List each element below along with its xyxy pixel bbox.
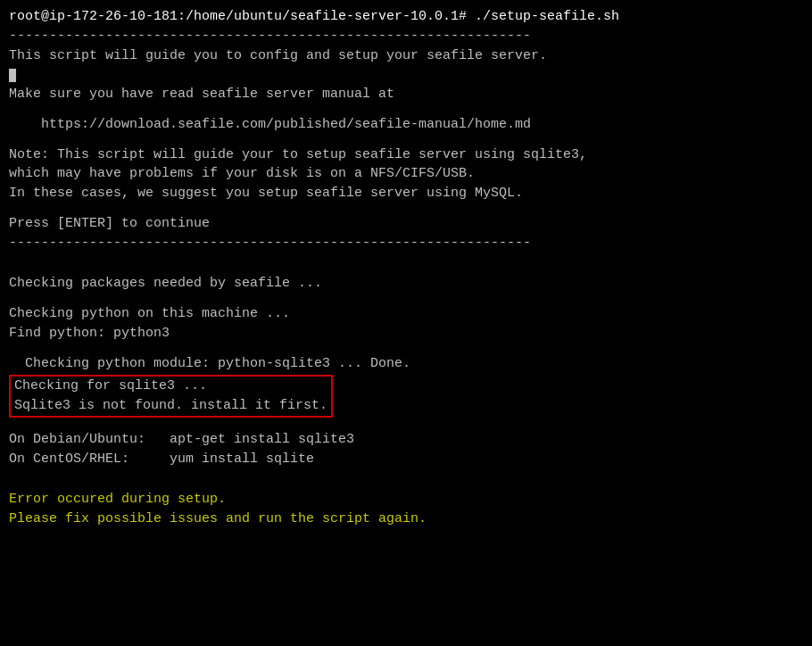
note-line-2: which may have problems if your disk is … <box>9 164 803 184</box>
spacer-2 <box>9 135 803 145</box>
command-line: root@ip-172-26-10-181:/home/ubuntu/seafi… <box>9 7 803 27</box>
checking-python-line: Checking python on this machine ... <box>9 304 803 324</box>
cursor-line <box>9 65 803 85</box>
enter-prompt-line: Press [ENTER] to continue <box>9 214 803 234</box>
sqlite-not-found-line: Sqlite3 is not found. install it first. <box>11 396 331 416</box>
script-info-line: This script will guide you to config and… <box>9 46 803 66</box>
spacer-6 <box>9 294 803 304</box>
terminal-window: root@ip-172-26-10-181:/home/ubuntu/seafi… <box>9 7 803 639</box>
spacer-4 <box>9 253 803 263</box>
centos-install-line: On CentOS/RHEL: yum install sqlite <box>9 450 803 469</box>
manual-prompt-line: Make sure you have read seafile server m… <box>9 85 803 104</box>
checking-sqlite-module-line: Checking python module: python-sqlite3 .… <box>9 354 803 374</box>
note-line-1: Note: This script will guide your to set… <box>9 145 803 165</box>
sqlite-error-block: Checking for sqlite3 ... Sqlite3 is not … <box>9 375 333 418</box>
debian-install-line: On Debian/Ubuntu: apt-get install sqlite… <box>9 430 803 450</box>
spacer-7 <box>9 344 803 354</box>
fix-line: Please fix possible issues and run the s… <box>9 509 803 529</box>
spacer-9 <box>9 468 803 479</box>
spacer-3 <box>9 203 803 214</box>
note-line-3: In these cases, we suggest you setup sea… <box>9 184 803 203</box>
manual-url-line: https://download.seafile.com/published/s… <box>9 115 803 135</box>
error-line: Error occured during setup. <box>9 490 803 509</box>
spacer-8 <box>9 419 803 430</box>
divider-2: ----------------------------------------… <box>9 234 803 253</box>
checking-sqlite-line: Checking for sqlite3 ... <box>11 377 331 396</box>
terminal-cursor <box>9 69 16 82</box>
checking-packages-line: Checking packages needed by seafile ... <box>9 274 803 294</box>
find-python-line: Find python: python3 <box>9 324 803 344</box>
spacer-10 <box>9 479 803 490</box>
divider-1: ----------------------------------------… <box>9 27 803 46</box>
spacer-5 <box>9 263 803 274</box>
spacer-1 <box>9 104 803 115</box>
